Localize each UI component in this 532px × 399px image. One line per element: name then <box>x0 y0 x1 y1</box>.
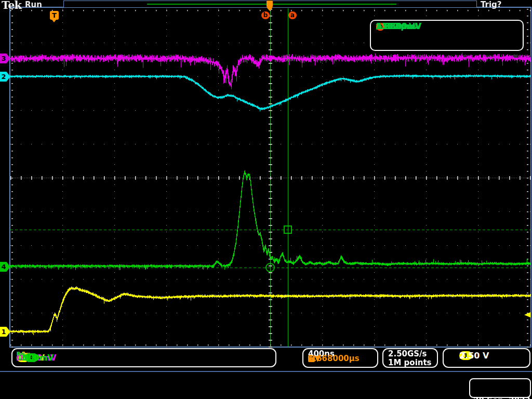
channel-readout-box: 1 5.00 V Bw 2 20.0mV Ω Bw 3 10.0mV Ω Bw … <box>11 348 276 367</box>
acquisition-status: Run <box>25 0 42 9</box>
date-value: 20 Sep 2023 <box>473 396 530 399</box>
acquisition-readout-box[interactable]: 2.50GS/s 1M points <box>382 348 438 368</box>
cursor-delta-row: Δ132.0ns Δ560.0mV <box>376 22 516 31</box>
trigger-level-value: 2.50 V <box>459 351 489 361</box>
sample-rate: 2.50GS/s <box>388 350 437 358</box>
expansion-point-marker[interactable] <box>267 1 273 7</box>
horizontal-readout-box[interactable]: 400ns T →▼ 1.668000µs <box>302 348 378 368</box>
oscilloscope-screen: Tek Run Trig? T b a 3 2 4 1 a 1.800µs 55… <box>0 0 532 399</box>
trigger-position-t-marker[interactable]: T <box>50 11 59 20</box>
cursor-delta-level: Δ560.0mV <box>376 22 421 31</box>
record-length: 1M points <box>388 358 437 367</box>
trigger-status: Trig? <box>481 0 502 9</box>
expansion-point-arrow-icon <box>267 7 273 11</box>
cursor-a-badge[interactable]: a <box>288 11 297 19</box>
trigger-readout-box[interactable]: 1 2.50 V <box>443 348 530 368</box>
trigger-position-t-tip <box>52 20 56 22</box>
tek-logo: Tek <box>2 0 21 11</box>
datetime-box: 20 Sep 2023 17:50:56 <box>469 378 531 398</box>
bottom-separator <box>0 371 532 372</box>
ch4-bandwidth-icon: Bw <box>17 351 24 356</box>
trigger-level-arrow[interactable] <box>524 312 530 317</box>
cursor-b-badge[interactable]: b <box>261 11 270 19</box>
delay-value: 1.668000µs <box>308 354 360 363</box>
graticule-canvas <box>0 0 532 399</box>
cursor-readout-box: a 1.800µs 550.0mV b 1.668µs −10.00mV Δ13… <box>370 20 524 51</box>
